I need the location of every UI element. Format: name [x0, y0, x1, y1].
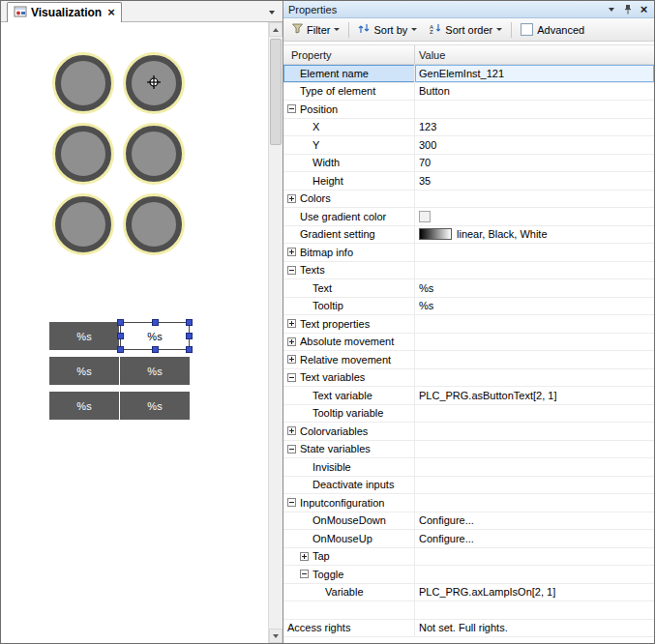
close-icon[interactable]: ×	[637, 3, 651, 16]
vis-button[interactable]: %s	[49, 392, 119, 420]
property-row-position[interactable]: Position	[283, 101, 654, 119]
property-row-tooltip-variable[interactable]: Tooltip variable	[283, 405, 654, 424]
collapse-icon[interactable]	[287, 445, 296, 454]
collapse-icon[interactable]	[287, 266, 296, 275]
lamp-element[interactable]	[52, 52, 114, 114]
property-value[interactable]	[415, 494, 654, 512]
advanced-checkbox[interactable]	[521, 23, 533, 36]
property-row-colors[interactable]: Colors	[283, 190, 654, 209]
vis-button[interactable]: %s	[49, 357, 119, 385]
property-row-relative-movement[interactable]: Relative movement	[283, 351, 654, 369]
selection-handle-s[interactable]	[152, 346, 159, 353]
collapse-icon[interactable]	[300, 570, 309, 578]
property-row-onmousedown[interactable]: OnMouseDownConfigure...	[283, 512, 654, 531]
property-value[interactable]	[415, 334, 654, 351]
property-value[interactable]	[415, 208, 654, 225]
filter-button[interactable]: Filter	[288, 21, 343, 38]
gradient-checkbox[interactable]	[419, 211, 431, 222]
property-value[interactable]	[415, 405, 654, 423]
property-value[interactable]	[415, 423, 654, 440]
vis-button-selected[interactable]: %s	[120, 322, 190, 350]
selection-handle-w[interactable]	[117, 333, 124, 339]
column-header-property[interactable]: Property	[283, 45, 415, 64]
vis-button[interactable]: %s	[120, 392, 190, 420]
property-row-type-of-element[interactable]: Type of elementButton	[283, 83, 654, 102]
tab-close-icon[interactable]: ×	[107, 7, 115, 18]
property-value[interactable]: Configure...	[415, 512, 654, 530]
collapse-icon[interactable]	[287, 498, 296, 507]
property-row-tooltip[interactable]: Tooltip%s	[283, 298, 654, 316]
property-value[interactable]	[415, 351, 654, 368]
sort-order-button[interactable]: A Z Sort order	[426, 21, 506, 38]
property-value[interactable]: Not set. Full rights.	[415, 620, 654, 637]
property-value[interactable]	[415, 244, 654, 261]
window-menu-icon[interactable]	[604, 3, 618, 16]
property-row-absolute-movement[interactable]: Absolute movement	[283, 334, 654, 352]
selection-handle-n[interactable]	[152, 319, 159, 326]
property-value[interactable]	[415, 477, 654, 494]
lamp-element[interactable]	[52, 123, 114, 185]
vis-button[interactable]: %s	[49, 322, 119, 350]
pin-icon[interactable]	[620, 3, 635, 16]
property-value[interactable]	[415, 315, 654, 333]
property-value[interactable]: Button	[415, 83, 654, 101]
property-row-deactivate-inputs[interactable]: Deactivate inputs	[283, 477, 654, 495]
property-value[interactable]: linear, Black, White	[415, 226, 654, 244]
property-row-gradient-setting[interactable]: Gradient settinglinear, Black, White	[283, 226, 654, 245]
property-value[interactable]	[415, 101, 654, 118]
property-value[interactable]: PLC_PRG.asButtonText[2, 1]	[415, 387, 654, 404]
selection-handle-sw[interactable]	[117, 346, 124, 353]
property-row-invisible[interactable]: Invisible	[283, 458, 654, 477]
property-row-text-variables[interactable]: Text variables	[283, 369, 654, 388]
property-row-element-name[interactable]: Element nameGenElemInst_121	[283, 65, 654, 83]
property-value[interactable]: 123	[415, 119, 654, 136]
property-row-colorvariables[interactable]: Colorvariables	[283, 423, 654, 441]
property-row-access-rights[interactable]: Access rightsNot set. Full rights.	[283, 620, 654, 638]
property-row-toggle[interactable]: Toggle	[283, 566, 654, 584]
expand-icon[interactable]	[287, 337, 296, 346]
property-row-text-properties[interactable]: Text properties	[283, 315, 654, 334]
property-row-y[interactable]: Y300	[283, 136, 654, 155]
property-value[interactable]: %s	[415, 279, 654, 297]
visualization-canvas[interactable]: %s%s%s%s%s%s	[1, 22, 268, 643]
property-value[interactable]: 70	[415, 155, 654, 172]
property-row-state-variables[interactable]: State variables	[283, 441, 654, 459]
property-value[interactable]: Configure...	[415, 530, 654, 547]
scroll-down-icon[interactable]	[269, 629, 283, 643]
advanced-toggle[interactable]: Advanced	[517, 21, 588, 38]
property-row-use-gradient-color[interactable]: Use gradient color	[283, 208, 654, 226]
lamp-element[interactable]	[123, 123, 185, 185]
column-header-value[interactable]: Value	[415, 45, 654, 64]
scroll-up-icon[interactable]	[269, 22, 283, 37]
property-row-tap[interactable]: Tap	[283, 548, 654, 567]
property-row-text[interactable]: Text%s	[283, 279, 654, 298]
property-value[interactable]: %s	[415, 298, 654, 315]
property-row-texts[interactable]: Texts	[283, 262, 654, 280]
property-value[interactable]: GenElemInst_121	[415, 65, 654, 82]
expand-icon[interactable]	[287, 248, 296, 256]
selection-handle-e[interactable]	[186, 333, 193, 339]
expand-icon[interactable]	[287, 426, 296, 435]
property-row-variable[interactable]: VariablePLC_PRG.axLampIsOn[2, 1]	[283, 584, 654, 602]
property-value[interactable]	[415, 548, 654, 566]
lamp-element[interactable]	[123, 193, 185, 255]
scrollbar-track[interactable]	[269, 37, 283, 629]
expand-icon[interactable]	[287, 355, 296, 364]
tab-list-dropdown-icon[interactable]	[266, 7, 278, 18]
property-value[interactable]: 35	[415, 172, 654, 190]
canvas-vertical-scrollbar[interactable]	[268, 22, 283, 643]
vis-button[interactable]: %s	[120, 357, 190, 385]
sort-by-button[interactable]: Sort by	[354, 21, 421, 38]
property-value[interactable]: PLC_PRG.axLampIsOn[2, 1]	[415, 584, 654, 601]
property-row-onmouseup[interactable]: OnMouseUpConfigure...	[283, 530, 654, 548]
property-value[interactable]	[415, 262, 654, 279]
property-value[interactable]	[415, 458, 654, 476]
property-value[interactable]	[415, 566, 654, 583]
expand-icon[interactable]	[287, 194, 296, 203]
expand-icon[interactable]	[287, 319, 296, 328]
property-row-inputconfiguration[interactable]: Inputconfiguration	[283, 494, 654, 512]
scrollbar-thumb[interactable]	[270, 39, 282, 145]
collapse-icon[interactable]	[287, 373, 296, 382]
selection-handle-nw[interactable]	[117, 319, 124, 326]
property-value[interactable]: 300	[415, 136, 654, 154]
